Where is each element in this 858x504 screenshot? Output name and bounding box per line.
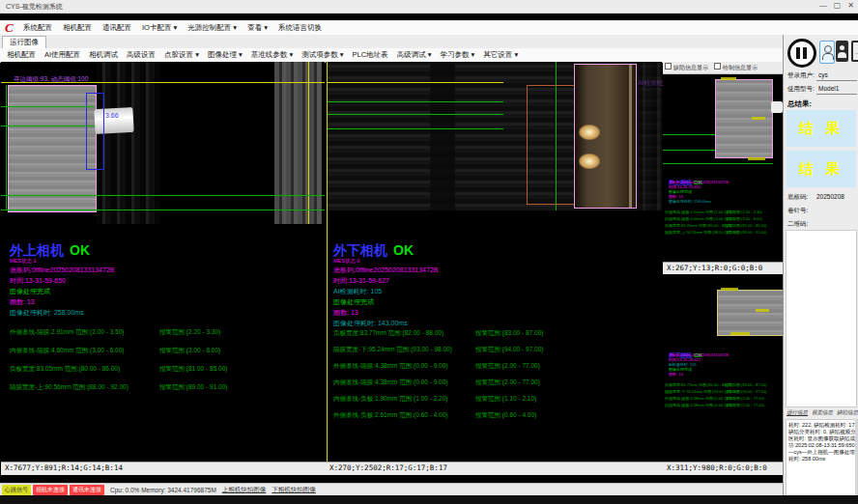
tool-baseline-params[interactable]: 基准线参数 ▾: [251, 50, 293, 60]
field-underline: [816, 94, 857, 95]
menu-item-system-config[interactable]: 系统配置: [23, 23, 52, 33]
tab-strip: 运行图像: [0, 35, 858, 49]
menu-item-language[interactable]: 系统语言切换: [278, 23, 322, 33]
baseline-v: [6, 85, 7, 210]
bottom-status-bar: 心跳信号 相机未连接 通讯未连接 Cpu: 0.0% Memory: 3424.…: [0, 483, 783, 496]
camera-view-upper-outer[interactable]: 3.66 寻边阈值:93, 动态阈值:100 外上相机OK MES状态:1 底板…: [1, 62, 325, 474]
draw-info-toggle[interactable]: 绘制信息显示: [714, 63, 758, 72]
needle-label: 卷针号:: [787, 207, 808, 215]
alarm-range: 报警范围:(3.00 - 8.00): [725, 216, 762, 221]
measurement-row: 内侧基线-隔膜:4.60mm 范围:(3.00 - 6.00): [10, 347, 124, 355]
bright-edge: [629, 65, 632, 208]
thumb-header: 缺陷信息显示 绘制信息显示: [663, 62, 783, 74]
user-login-button[interactable]: [819, 41, 835, 64]
tab-defect-info[interactable]: 缺陷信息: [837, 409, 858, 416]
measure-line: [1, 106, 95, 107]
tool-advanced-debug[interactable]: 高级调试 ▾: [397, 50, 432, 60]
login-user-value: cys: [818, 71, 828, 78]
tab-run-info[interactable]: 运行信息: [786, 409, 808, 416]
defect-info-toggle[interactable]: 缺陷信息显示: [665, 63, 708, 72]
pixel-coordinate-bar: X:7677;Y:891;R:14;G:14;B:14: [1, 462, 329, 475]
status-badge-0: 心跳信号: [2, 485, 31, 495]
board-code: 底板码:0ffline2025020813313472B: [10, 266, 114, 275]
menu-item-comm-config[interactable]: 通讯配置: [102, 23, 131, 33]
annotation-mark: [721, 288, 738, 291]
tool-plc-table[interactable]: PLC地址表: [353, 50, 388, 60]
tool-camera-debug[interactable]: 相机调试: [89, 50, 118, 60]
tool-test-params[interactable]: 测试项参数 ▾: [301, 50, 343, 60]
measurement-row: 负极宽度:83.05mm 范围:(80.00 - 86.00): [665, 223, 732, 228]
status-badge-2: 通讯未连接: [70, 485, 104, 495]
pause-button[interactable]: [787, 39, 816, 68]
minimize-icon[interactable]: —: [819, 1, 827, 10]
measure-line: [328, 128, 503, 129]
model-value: Model1: [818, 85, 839, 92]
tool-ai-config[interactable]: AI使用配置: [44, 50, 80, 60]
checkbox-icon: [665, 63, 672, 70]
menu-item-camera-config[interactable]: 相机配置: [63, 23, 92, 33]
tab-vision-info[interactable]: 视觉信息: [812, 409, 833, 416]
menu-item-io-config[interactable]: IO卡配置 ▾: [142, 23, 177, 33]
alarm-range: 报警范围:(2.20 - 3.30): [159, 328, 220, 337]
camera-view-lower-outer[interactable]: AI检测框 外下相机OK MES状态:0 底板码:0ffline20250208…: [326, 62, 662, 474]
capture-time: 时间:13-31-59-627: [333, 276, 389, 286]
image-texture-band: [97, 62, 160, 224]
measure-line: [328, 101, 503, 102]
mes-status: MES状态:1: [10, 258, 37, 265]
alarm-range: 报警范围:(0.60 - 4.00): [475, 411, 536, 420]
result-ok: OK: [70, 242, 90, 258]
upper-camera-snapshot-link[interactable]: 上相机快拍图像: [222, 486, 267, 494]
process-done: 图像处理完成: [333, 297, 374, 307]
maximize-icon[interactable]: ▢: [834, 1, 842, 10]
image-texture-band: [274, 62, 322, 224]
exit-button[interactable]: →: [851, 41, 858, 62]
bottom-edge: [0, 495, 858, 504]
lower-camera-snapshot-link[interactable]: 下相机快拍图像: [272, 486, 316, 494]
alarm-range: 报警范围:(89.00 - 91.00): [725, 230, 766, 235]
measurement-row: 负极宽度:83.05mm 范围:(80.00 - 86.00): [10, 365, 120, 374]
measure-line: [663, 163, 773, 164]
turn-count: 圈数: 13: [333, 308, 358, 318]
field-underline: [816, 80, 857, 81]
alarm-range: 报警范围:(1.10 - 2.10): [475, 395, 536, 404]
result-ok: OK: [393, 242, 414, 258]
process-time: 图像处理耗时: 258.00ms: [10, 308, 84, 318]
thumb-view-lower[interactable]: 外下相机OK 底板码:0ffline2025020813313472B 时间:1…: [663, 274, 783, 462]
tool-glue-settings[interactable]: 点胶设置 ▾: [164, 50, 199, 60]
tool-camera-config[interactable]: 相机配置: [7, 50, 36, 60]
alarm-range: 报警范围:(81.00 - 85.00): [725, 223, 766, 228]
measurement-row: 隔膜宽度-上:90.56mm 范围:(88.00 - 92.00): [10, 383, 129, 392]
bright-tab-spot: [579, 125, 600, 140]
menu-items: 系统配置 相机配置 通讯配置 IO卡配置 ▾ 光源控制配置 ▾ 查看 ▾ 系统语…: [23, 20, 322, 35]
thumb-view-upper[interactable]: 外上相机OK 底板码:0ffline2025020813313472B 时间:1…: [663, 74, 783, 262]
cpu-memory-text: Cpu: 0.0% Memory: 3424.41796875M: [110, 487, 216, 493]
tool-advanced-settings[interactable]: 高级设置: [127, 50, 156, 60]
exit-arrow-icon: →: [854, 49, 858, 56]
result-box-upper: 结 果: [786, 110, 856, 147]
tool-other-settings[interactable]: 其它设置 ▾: [483, 50, 518, 60]
login-user-label: 登录用户:: [787, 71, 815, 80]
checkbox-icon: [714, 63, 721, 70]
annotation-mark: [748, 157, 765, 160]
tool-image-processing[interactable]: 图像处理 ▾: [208, 50, 243, 60]
tool-learn-params[interactable]: 学习参数 ▾: [440, 50, 474, 60]
crosshair-h-line: [328, 82, 503, 83]
measurement-row: 隔膜宽度-下:95.24mm 范围:(93.00 - 98.00): [333, 346, 452, 354]
tab-run-image[interactable]: 运行图像: [2, 36, 46, 48]
measurement-row: 外侧基线-负极:2.61mm 范围:(0.60 - 4.00): [333, 411, 447, 420]
menu-item-light-config[interactable]: 光源控制配置 ▾: [187, 23, 237, 33]
menu-item-view[interactable]: 查看 ▾: [247, 23, 268, 33]
user-lock-button[interactable]: [836, 41, 848, 62]
qr-label: 二维码:: [787, 220, 808, 229]
run-log: 耗时: 222, 缺陷检测耗时: 17, 缺陷分类耗时: 0, 缺陷视频分区耗时…: [786, 419, 858, 504]
annotation-mark: [721, 77, 736, 80]
user-icon: [822, 53, 834, 60]
ai-time: AI检测耗时: 105: [333, 287, 382, 296]
measurement-row: 外侧基线-隔膜:4.38mm 范围:(0.00 - 9.00): [333, 362, 447, 371]
app-window: CYS-视觉检测系统 — ▢ ✕ C 系统配置 相机配置 通讯配置 IO卡配置 …: [0, 0, 858, 504]
mes-status: MES状态:0: [333, 258, 360, 265]
alarm-range: 报警范围:(81.00 - 85.00): [159, 365, 227, 374]
electrode-region: [717, 290, 784, 336]
alarm-range: 报警范围:(3.00 - 8.00): [159, 347, 220, 355]
close-icon[interactable]: ✕: [847, 1, 854, 10]
